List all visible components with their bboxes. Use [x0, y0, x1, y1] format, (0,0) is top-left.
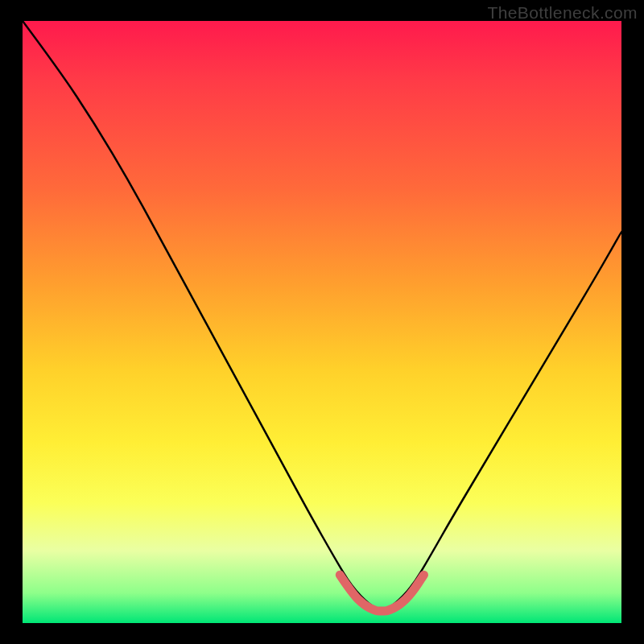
watermark-text: TheBottleneck.com	[487, 3, 638, 23]
plot-area	[23, 21, 621, 623]
bottleneck-curve	[23, 21, 621, 609]
bottleneck-curve-svg	[23, 21, 621, 623]
sweet-spot-highlight	[340, 575, 423, 611]
chart-frame: TheBottleneck.com	[0, 0, 644, 644]
